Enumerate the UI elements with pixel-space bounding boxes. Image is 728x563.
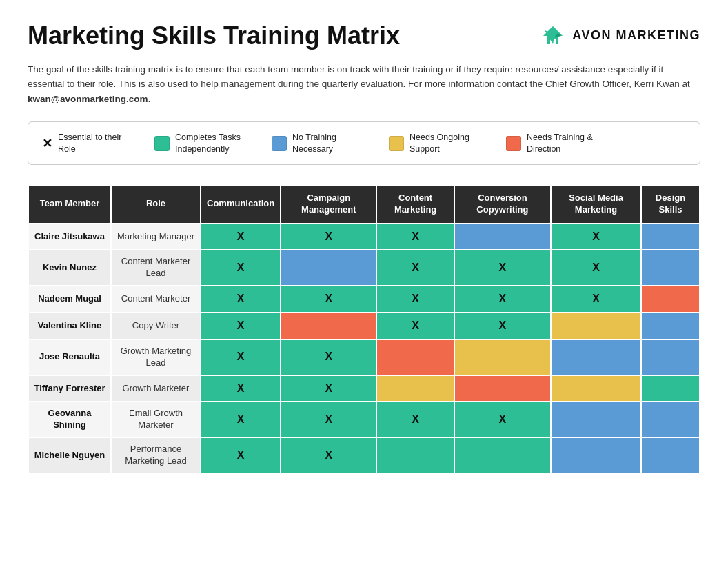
legend-item-ongoing: Needs Ongoing Support [389, 132, 485, 155]
cell-content: X [376, 250, 454, 286]
brand-name: AVON MARKETING [572, 28, 700, 43]
cell-communication: X [201, 339, 281, 375]
cell-social [551, 313, 641, 339]
x-marker: X [237, 230, 245, 242]
cell-design [641, 286, 700, 313]
x-marker: X [325, 293, 332, 304]
cell-communication: X [201, 313, 281, 339]
description-text: The goal of the skills training matrix i… [28, 62, 700, 107]
cell-role: Copy Writer [111, 313, 201, 339]
cell-content [376, 375, 454, 402]
brand-logo-icon [540, 23, 565, 48]
yellow-swatch [389, 136, 404, 151]
x-marker: X [237, 449, 245, 461]
legend-completes-label: Completes Tasks Independently [175, 132, 251, 155]
x-marker: X [592, 230, 600, 242]
cell-member: Geovanna Shining [28, 402, 111, 437]
x-marker: X [325, 350, 332, 362]
cell-member: Kevin Nunez [28, 250, 111, 286]
cell-communication: X [201, 375, 281, 402]
cell-campaign [281, 250, 376, 286]
x-marker: X [499, 413, 507, 425]
cell-communication: X [201, 286, 281, 313]
cell-campaign: X [281, 402, 376, 437]
table-row: Claire JitsukawaMarketing ManagerXXXX [28, 224, 700, 250]
x-marker: X [237, 293, 245, 304]
cell-member: Jose Renaulta [28, 339, 111, 375]
cell-content [376, 339, 454, 375]
x-marker: X [325, 382, 332, 394]
cell-campaign: X [281, 286, 376, 313]
cell-campaign: X [281, 375, 376, 402]
cell-content: X [376, 286, 454, 313]
table-row: Kevin NunezContent Marketer LeadXXXX [28, 250, 700, 286]
blue-swatch [272, 136, 287, 151]
description-after-email: . [148, 94, 150, 104]
cell-conversion [454, 339, 551, 375]
x-marker: X [499, 319, 507, 331]
legend-item-needs-training: Needs Training & Direction [506, 132, 603, 155]
cell-social [551, 437, 641, 473]
cell-design [641, 313, 700, 339]
cell-content: X [376, 313, 454, 339]
cell-role: Performance Marketing Lead [111, 437, 201, 473]
cell-communication: X [201, 437, 281, 473]
x-marker: X [499, 261, 507, 273]
x-marker: X [325, 413, 332, 425]
col-header-design: Design Skills [641, 185, 700, 224]
x-marker: X [412, 230, 419, 242]
table-row: Tiffany ForresterGrowth MarketerXX [28, 375, 700, 402]
cell-role: Marketing Manager [111, 224, 201, 250]
x-marker: X [237, 350, 245, 362]
cell-social [551, 339, 641, 375]
table-row: Michelle NguyenPerformance Marketing Lea… [28, 437, 700, 473]
x-marker: X [325, 230, 332, 242]
x-marker: X [412, 319, 419, 331]
cell-design [641, 375, 700, 402]
cell-social: X [551, 286, 641, 313]
table-header-row: Team Member Role Communication Campaign … [28, 185, 700, 224]
x-marker: X [412, 413, 419, 425]
col-header-conversion: Conversion Copywriting [454, 185, 551, 224]
legend-ongoing-label: Needs Ongoing Support [410, 132, 485, 155]
x-marker: X [237, 319, 245, 331]
cell-content: X [376, 224, 454, 250]
legend-essential-label: Essential to their Role [58, 132, 134, 155]
col-header-role: Role [111, 185, 201, 224]
x-marker: X [592, 261, 600, 273]
cell-conversion [454, 437, 551, 473]
cell-role: Growth Marketer [111, 375, 201, 402]
cell-design [641, 339, 700, 375]
cell-content: X [376, 402, 454, 437]
x-marker: X [592, 293, 600, 304]
cell-role: Content Marketer Lead [111, 250, 201, 286]
table-row: Nadeem MugalContent MarketerXXXXX [28, 286, 700, 313]
cell-conversion [454, 375, 551, 402]
legend-item-completes: Completes Tasks Independently [154, 132, 251, 155]
description-before-email: The goal of the skills training matrix i… [28, 64, 690, 90]
cell-communication: X [201, 402, 281, 437]
cell-campaign [281, 313, 376, 339]
page-title: Marketing Skills Training Matrix [28, 22, 400, 50]
cell-conversion [454, 224, 551, 250]
x-marker: X [412, 293, 419, 304]
col-header-content: Content Marketing [376, 185, 454, 224]
cell-member: Tiffany Forrester [28, 375, 111, 402]
cell-social: X [551, 224, 641, 250]
x-marker: X [325, 449, 332, 461]
cell-role: Growth Marketing Lead [111, 339, 201, 375]
cell-member: Nadeem Mugal [28, 286, 111, 313]
cell-role: Content Marketer [111, 286, 201, 313]
legend-needs-training-label: Needs Training & Direction [527, 132, 603, 155]
page-header: Marketing Skills Training Matrix AVON MA… [28, 22, 700, 50]
cell-content [376, 437, 454, 473]
x-icon: ✕ [42, 137, 52, 150]
x-marker: X [237, 382, 245, 394]
legend-no-training-label: No Training Necessary [292, 132, 368, 155]
cell-social [551, 402, 641, 437]
table-row: Valentina KlineCopy WriterXXX [28, 313, 700, 339]
cell-campaign: X [281, 339, 376, 375]
legend-item-essential: ✕ Essential to their Role [42, 132, 134, 155]
cell-member: Michelle Nguyen [28, 437, 111, 473]
cell-role: Email Growth Marketer [111, 402, 201, 437]
